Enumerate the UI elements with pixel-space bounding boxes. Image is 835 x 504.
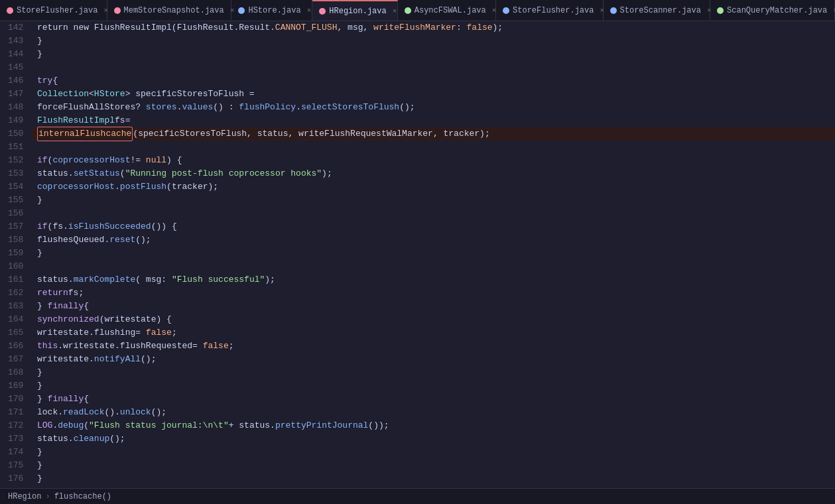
tab-icon-hstore [238,7,245,14]
tab-icon-scanquery [717,7,724,14]
line-number-156: 156 [5,207,24,220]
breadcrumb-part2: flushcache() [54,492,111,501]
tab-icon-storeflusher1 [7,7,13,14]
code-line-163: } finally { [32,300,835,313]
code-line-159: } [32,247,835,260]
line-number-162: 162 [5,286,24,300]
line-number-145: 145 [5,61,24,74]
code-area: 1421431441451461471481491501511521531541… [0,21,835,488]
line-number-142: 142 [5,21,24,34]
tab-label-hregion: HRegion.java [329,7,386,16]
line-number-154: 154 [5,180,24,194]
tab-label-memstore: MemStoreSnapshot.java [124,6,224,15]
code-line-161: status.markComplete( msg: "Flush success… [32,273,835,286]
code-line-172: LOG.debug("Flush status journal:\n\t" + … [32,419,835,432]
line-number-171: 171 [5,406,24,419]
tab-memstore[interactable]: MemStoreSnapshot.java× [107,0,232,21]
code-line-166: this.writestate.flushRequested = false; [32,340,835,353]
code-line-158: flushesQueued.reset(); [32,233,835,247]
tab-hstore[interactable]: HStore.java× [231,0,312,21]
code-line-156 [32,207,835,220]
tab-label-scanquery: ScanQueryMatcher.java [727,6,827,15]
line-number-147: 147 [5,88,24,101]
code-content[interactable]: return new FlushResultImpl(FlushResult.R… [32,21,835,488]
line-number-157: 157 [5,220,24,233]
code-line-170: } finally { [32,393,835,406]
line-number-168: 168 [5,366,24,379]
line-number-167: 167 [5,353,24,366]
tab-bar: StoreFlusher.java×MemStoreSnapshot.java×… [0,0,835,21]
tab-icon-storeflusher2 [503,7,509,14]
code-line-171: lock.readLock().unlock(); [32,406,835,419]
line-number-144: 144 [5,48,24,61]
line-number-148: 148 [5,101,24,114]
code-line-176: } [32,472,835,485]
code-line-167: writestate.notifyAll(); [32,353,835,366]
line-number-174: 174 [5,446,24,459]
line-number-169: 169 [5,379,24,393]
code-line-142: return new FlushResultImpl(FlushResult.R… [32,21,835,34]
tab-icon-asyncfswal [405,7,411,14]
line-numbers: 1421431441451461471481491501511521531541… [0,21,32,488]
code-line-143: } [32,34,835,48]
status-bar: HRegion › flushcache() [0,488,835,504]
tab-icon-storescanner [610,7,617,14]
code-line-144: } [32,48,835,61]
line-number-160: 160 [5,260,24,273]
code-line-160 [32,260,835,273]
line-number-143: 143 [5,34,24,48]
line-number-152: 152 [5,154,24,167]
line-number-153: 153 [5,167,24,180]
code-line-149: FlushResultImpl fs = [32,114,835,127]
code-line-148: forceFlushAllStores ? stores.values() : … [32,101,835,114]
line-number-146: 146 [5,74,24,88]
tab-close-hregion[interactable]: × [393,7,397,15]
line-number-158: 158 [5,233,24,247]
code-line-157: if(fs.isFlushSucceeded()) { [32,220,835,233]
code-line-173: status.cleanup(); [32,432,835,446]
code-line-174: } [32,446,835,459]
tab-close-hstore[interactable]: × [307,7,312,15]
tab-label-asyncfswal: AsyncFSWAL.java [415,6,486,15]
code-line-165: writestate.flushing = false; [32,326,835,340]
tab-label-storescanner: StoreScanner.java [620,6,701,15]
line-number-151: 151 [5,141,24,154]
line-number-176: 176 [5,472,24,485]
code-line-175: } [32,459,835,472]
code-line-155: } [32,194,835,207]
line-number-161: 161 [5,273,24,286]
code-line-154: coprocessorHost.postFlush(tracker); [32,180,835,194]
code-line-162: return fs; [32,286,835,300]
tab-scanquery[interactable]: ScanQueryMatcher.java× [710,0,835,21]
tab-storescanner[interactable]: StoreScanner.java× [604,0,711,21]
breadcrumb-part1: HRegion [8,492,41,501]
code-line-151 [32,141,835,154]
line-number-149: 149 [5,114,24,127]
line-number-172: 172 [5,419,24,432]
line-number-175: 175 [5,459,24,472]
code-line-147: Collection<HStore> specificStoresToFlush… [32,88,835,101]
code-line-145 [32,61,835,74]
line-number-159: 159 [5,247,24,260]
line-number-170: 170 [5,393,24,406]
line-number-173: 173 [5,432,24,446]
code-line-169: } [32,379,835,393]
tab-label-storeflusher2: StoreFlusher.java [513,6,594,15]
tab-icon-hregion [319,8,326,15]
tab-label-storeflusher1: StoreFlusher.java [17,6,97,15]
code-line-164: synchronized (writestate) { [32,313,835,326]
code-line-150: internalFlushcache(specificStoresToFlush… [32,127,835,141]
tab-storeflusher1[interactable]: StoreFlusher.java× [0,0,107,21]
tab-label-hstore: HStore.java [248,6,300,15]
line-number-150: 150 [5,127,24,141]
line-number-164: 164 [5,313,24,326]
code-line-152: if (coprocessorHost != null) { [32,154,835,167]
line-number-165: 165 [5,326,24,340]
line-number-166: 166 [5,340,24,353]
tab-storeflusher2[interactable]: StoreFlusher.java× [496,0,604,21]
tab-hregion[interactable]: HRegion.java× [312,0,397,21]
line-number-155: 155 [5,194,24,207]
code-line-146: try { [32,74,835,88]
tab-icon-memstore [114,7,121,14]
tab-asyncfswal[interactable]: AsyncFSWAL.java× [398,0,496,21]
